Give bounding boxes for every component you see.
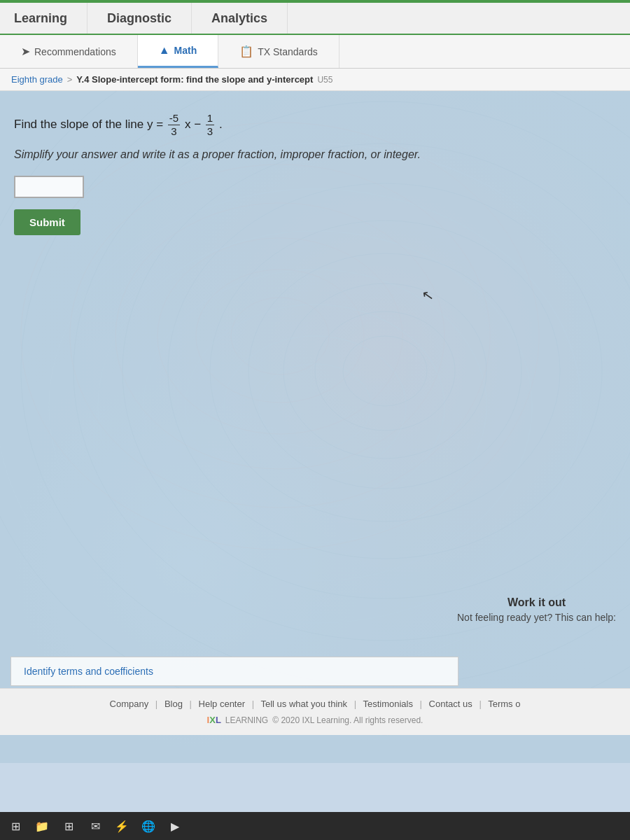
work-it-out-title: Work it out <box>457 596 616 609</box>
variable-x: x − <box>185 118 204 131</box>
footer-terms[interactable]: Terms o <box>488 699 520 709</box>
fraction2-denominator: 3 <box>206 125 214 138</box>
main-content: Find the slope of the line y = -5 3 x − … <box>0 91 630 763</box>
nav-diagnostic[interactable]: Diagnostic <box>88 3 192 34</box>
fraction1: -5 3 <box>168 112 180 138</box>
work-it-out: Work it out Not feeling ready yet? This … <box>457 596 616 623</box>
question-text: Find the slope of the line y = -5 3 x − … <box>14 112 616 138</box>
sub-nav-recommendations[interactable]: ➤ Recommendations <box>0 35 138 68</box>
footer-testimonials[interactable]: Testimonials <box>363 699 413 709</box>
taskbar-folder[interactable]: 📁 <box>32 816 52 836</box>
footer: Company | Blog | Help center | Tell us w… <box>0 688 630 735</box>
nav-learning-label: Learning <box>14 11 67 26</box>
footer-learning-text: LEARNING <box>225 715 268 725</box>
question-area: Find the slope of the line y = -5 3 x − … <box>0 91 630 249</box>
ixl-logo: IXL <box>207 715 221 725</box>
nav-analytics-label: Analytics <box>211 11 267 26</box>
footer-links: Company | Blog | Help center | Tell us w… <box>0 699 630 709</box>
footer-copyright: © 2020 IXL Learning. All rights reserved… <box>272 715 423 725</box>
footer-help[interactable]: Help center <box>199 699 245 709</box>
identify-terms-link[interactable]: Identify terms and coefficients <box>10 657 458 686</box>
footer-contact[interactable]: Contact us <box>429 699 472 709</box>
work-it-out-subtitle: Not feeling ready yet? This can help: <box>457 612 616 623</box>
taskbar-mail[interactable]: ✉ <box>85 816 105 836</box>
submit-button[interactable]: Submit <box>14 209 80 235</box>
taskbar-windows[interactable]: ⊞ <box>6 816 25 836</box>
taskbar-apps[interactable]: ⊞ <box>59 816 78 836</box>
fraction1-denominator: 3 <box>169 125 178 138</box>
question-prefix: Find the slope of the line y = <box>14 118 167 131</box>
breadcrumb: Eighth grade > Y.4 Slope-intercept form:… <box>0 69 630 91</box>
sub-nav: ➤ Recommendations ▲ Math 📋 TX Standards <box>0 35 630 69</box>
math-icon: ▲ <box>159 44 170 57</box>
identify-terms-label: Identify terms and coefficients <box>24 666 153 677</box>
breadcrumb-separator: > <box>67 74 73 85</box>
footer-feedback[interactable]: Tell us what you think <box>260 699 347 709</box>
sub-nav-tx-standards[interactable]: 📋 TX Standards <box>218 35 340 68</box>
breadcrumb-skill: Y.4 Slope-intercept form: find the slope… <box>76 74 313 85</box>
submit-label: Submit <box>29 216 65 228</box>
fraction2-numerator: 1 <box>206 112 214 125</box>
footer-company[interactable]: Company <box>110 699 149 709</box>
taskbar-flash[interactable]: ⚡ <box>112 816 132 836</box>
nav-learning[interactable]: Learning <box>0 3 88 34</box>
tx-standards-icon: 📋 <box>239 45 253 58</box>
recommendations-icon: ➤ <box>21 45 30 58</box>
footer-logo-row: IXL LEARNING © 2020 IXL Learning. All ri… <box>0 715 630 725</box>
instruction-text: Simplify your answer and write it as a p… <box>14 146 616 163</box>
nav-analytics[interactable]: Analytics <box>192 3 288 34</box>
recommendations-label: Recommendations <box>34 46 116 57</box>
taskbar-browser[interactable]: 🌐 <box>139 816 158 836</box>
nav-diagnostic-label: Diagnostic <box>107 11 172 26</box>
top-nav: Learning Diagnostic Analytics <box>0 3 630 35</box>
math-label: Math <box>174 45 197 56</box>
taskbar-media[interactable]: ▶ <box>165 816 185 836</box>
breadcrumb-skill-id: U55 <box>317 75 332 85</box>
fraction2: 1 3 <box>206 112 214 138</box>
sub-nav-math[interactable]: ▲ Math <box>138 35 219 68</box>
taskbar: ⊞ 📁 ⊞ ✉ ⚡ 🌐 ▶ <box>0 812 630 840</box>
tx-standards-label: TX Standards <box>258 46 318 57</box>
breadcrumb-grade[interactable]: Eighth grade <box>11 74 63 85</box>
footer-blog[interactable]: Blog <box>164 699 183 709</box>
answer-input[interactable] <box>14 176 84 198</box>
equation-end: . <box>219 118 223 131</box>
fraction1-numerator: -5 <box>168 112 180 125</box>
